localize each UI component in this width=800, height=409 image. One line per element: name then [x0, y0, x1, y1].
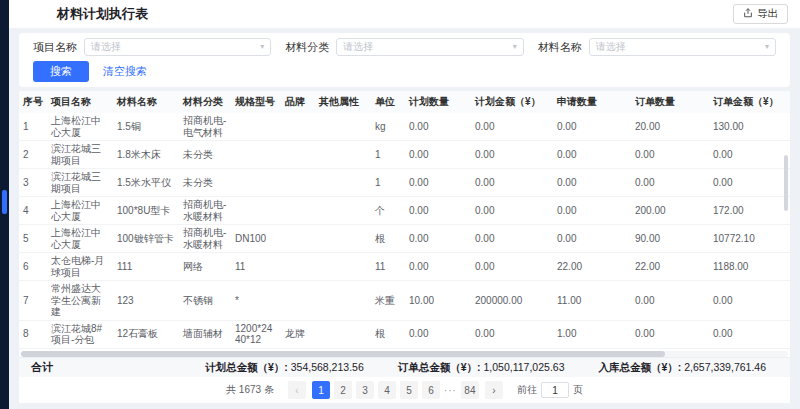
material-name-select[interactable]: 请选择 ▾ [589, 38, 776, 56]
prev-page-button[interactable]: ‹ [288, 381, 306, 399]
table-row: 1上海松江中心大厦1.5铜招商机电-电气材料kg0.000.000.0020.0… [19, 113, 790, 141]
table-cell: 0.00 [471, 141, 553, 169]
column-header: 单位 [371, 91, 405, 113]
export-icon [743, 8, 753, 20]
table-cell: 3 [19, 169, 47, 197]
table-cell: 0.00 [553, 197, 631, 225]
summary-item: 入库总金额（¥）: 2,657,339,761.46 [598, 361, 766, 375]
summary-item: 订单总金额（¥）: 1,050,117,025.63 [398, 361, 565, 375]
column-header: 材料分类 [179, 91, 231, 113]
horizontal-scrollbar-thumb[interactable] [21, 351, 665, 357]
table-row: 2滨江花城三期项目1.8米木床未分类10.000.000.000.000.00 [19, 141, 790, 169]
table-cell: 5 [19, 225, 47, 253]
summary-total-label: 合计 [31, 360, 53, 375]
table-cell: 2 [19, 141, 47, 169]
table-cell: 招商机电-水暖材料 [179, 225, 231, 253]
table-cell: 1188.00 [709, 253, 790, 281]
table-cell: 4 [19, 197, 47, 225]
column-header: 项目名称 [47, 91, 113, 113]
table-cell [315, 225, 371, 253]
table-cell: 11 [371, 253, 405, 281]
table-cell: 上海松江中心大厦 [47, 113, 113, 141]
table-cell [315, 197, 371, 225]
page-button-1[interactable]: 1 [312, 381, 330, 399]
table-cell [231, 113, 281, 141]
table-cell: 1.5铜 [113, 113, 179, 141]
table-cell [315, 281, 371, 321]
table-cell: 200.00 [631, 197, 709, 225]
table-card: 序号项目名称材料名称材料分类规格型号品牌其他属性单位计划数量计划金额（¥）申请数… [19, 91, 790, 403]
filter-label-material: 材料名称 [538, 40, 582, 55]
summary-items: 计划总金额（¥）: 354,568,213.56订单总金额（¥）: 1,050,… [205, 361, 766, 375]
table-cell: 1.00 [553, 320, 631, 348]
pagination: 共 1673 条 ‹ 123456···84 › 前往 页 [19, 377, 790, 403]
select-placeholder: 请选择 [596, 40, 626, 54]
page-button-4[interactable]: 4 [378, 381, 396, 399]
table-cell: 滨江花城三期项目 [47, 169, 113, 197]
table-cell: 根 [371, 225, 405, 253]
column-header: 规格型号 [231, 91, 281, 113]
page-button-6[interactable]: 6 [422, 381, 440, 399]
table-cell: 太仓电梯-月球项目 [47, 253, 113, 281]
table-cell: 网络 [179, 253, 231, 281]
table-cell [231, 197, 281, 225]
table-cell: 20.00 [631, 113, 709, 141]
export-button[interactable]: 导出 [733, 4, 788, 24]
table-cell: 0.00 [631, 320, 709, 348]
table-row: 5上海松江中心大厦100镀锌管卡招商机电-水暖材料DN100根0.000.000… [19, 225, 790, 253]
project-name-select[interactable]: 请选择 ▾ [84, 38, 271, 56]
column-header: 材料名称 [113, 91, 179, 113]
table-cell [281, 113, 315, 141]
table-cell [281, 281, 315, 321]
clear-search-button[interactable]: 清空搜索 [103, 64, 147, 79]
table-cell: 8 [19, 320, 47, 348]
material-category-select[interactable]: 请选择 ▾ [336, 38, 523, 56]
table-head-row: 序号项目名称材料名称材料分类规格型号品牌其他属性单位计划数量计划金额（¥）申请数… [19, 91, 790, 113]
pager-ellipsis[interactable]: ··· [444, 385, 457, 396]
table-cell: kg [371, 113, 405, 141]
page-button-84[interactable]: 84 [461, 381, 479, 399]
collapsed-sidebar[interactable] [0, 0, 9, 409]
table-cell [231, 169, 281, 197]
table-cell: 上海松江中心大厦 [47, 197, 113, 225]
table-cell: 招商机电-水暖材料 [179, 197, 231, 225]
table-cell: 招商机电-电气材料 [179, 113, 231, 141]
goto-page-input[interactable] [541, 382, 569, 398]
goto-label: 前往 [517, 383, 537, 397]
next-page-button[interactable]: › [485, 381, 503, 399]
horizontal-scrollbar[interactable] [21, 351, 788, 357]
table-cell: 1200*2440*12 [231, 320, 281, 348]
table-cell [315, 320, 371, 348]
search-button[interactable]: 搜索 [33, 61, 89, 82]
table-cell: 172.00 [709, 197, 790, 225]
page-header: 材料计划执行表 导出 [9, 0, 800, 28]
vertical-scrollbar[interactable] [784, 155, 788, 211]
sidebar-expand-handle[interactable] [2, 190, 7, 214]
filter-row: 项目名称 请选择 ▾ 材料分类 请选择 ▾ 材料名称 请选择 ▾ [33, 38, 776, 56]
table-cell: 200000.00 [471, 281, 553, 321]
chevron-down-icon: ▾ [260, 43, 264, 51]
goto-suffix: 页 [573, 383, 583, 397]
column-header: 品牌 [281, 91, 315, 113]
table-row: 6太仓电梯-月球项目111网络11110.000.0022.0022.00118… [19, 253, 790, 281]
table-cell: 1 [19, 113, 47, 141]
pagination-total: 共 1673 条 [226, 383, 274, 397]
table-cell: 0.00 [709, 141, 790, 169]
table-cell: 个 [371, 197, 405, 225]
table-cell: 未分类 [179, 169, 231, 197]
table-cell: 11 [231, 253, 281, 281]
page-button-3[interactable]: 3 [356, 381, 374, 399]
table-cell: 常州盛达大学生公寓新建 [47, 281, 113, 321]
table-cell: 1.5米水平仪 [113, 169, 179, 197]
table-cell: 0.00 [471, 169, 553, 197]
table-cell: 0.00 [471, 320, 553, 348]
table-cell [231, 141, 281, 169]
table-cell [315, 169, 371, 197]
page-button-2[interactable]: 2 [334, 381, 352, 399]
table-cell: 10772.10 [709, 225, 790, 253]
table-cell: DN100 [231, 225, 281, 253]
page-button-5[interactable]: 5 [400, 381, 418, 399]
column-header: 订单数量 [631, 91, 709, 113]
filter-project-name: 项目名称 请选择 ▾ [33, 38, 271, 56]
table-row: 7常州盛达大学生公寓新建123不锈钢*米重10.00200000.0011.00… [19, 281, 790, 321]
